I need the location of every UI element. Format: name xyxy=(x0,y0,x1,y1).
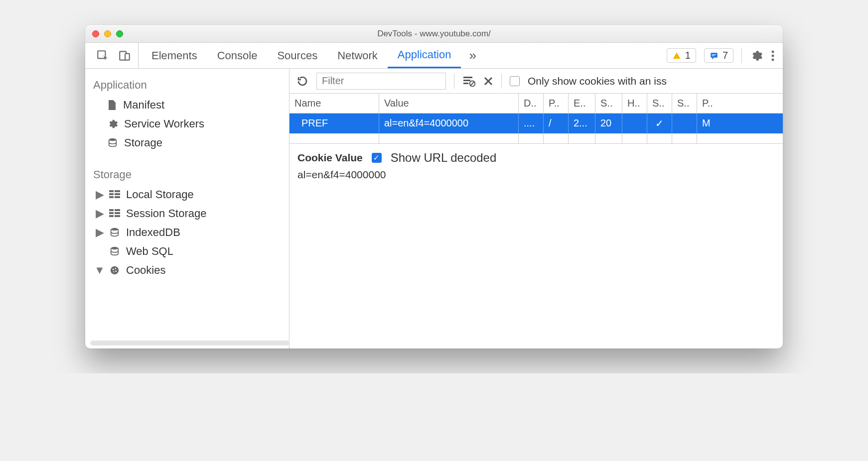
svg-rect-5 xyxy=(712,55,715,56)
window-controls xyxy=(92,30,123,37)
svg-rect-2 xyxy=(125,53,130,60)
inspect-icon[interactable] xyxy=(96,49,109,62)
maximize-icon[interactable] xyxy=(116,30,123,37)
col-name[interactable]: Name xyxy=(289,94,379,113)
filter-input[interactable] xyxy=(316,73,446,90)
more-tabs-icon[interactable]: » xyxy=(461,48,484,63)
detail-heading: Cookie Value xyxy=(297,152,363,164)
cookie-toolbar: Only show cookies with an iss xyxy=(289,69,783,94)
svg-point-23 xyxy=(111,247,119,250)
caret-right-icon: ▶ xyxy=(96,226,103,239)
svg-rect-31 xyxy=(463,83,468,84)
col-path[interactable]: P.. xyxy=(544,94,569,113)
gear-icon xyxy=(107,118,118,129)
url-decoded-checkbox[interactable] xyxy=(372,153,382,163)
sidebar-item-storage[interactable]: Storage xyxy=(85,133,289,152)
svg-rect-4 xyxy=(712,54,716,55)
caret-right-icon: ▶ xyxy=(96,207,103,220)
tab-elements[interactable]: Elements xyxy=(142,43,207,68)
cookie-detail: Cookie Value Show URL decoded al=en&f4=4… xyxy=(289,144,783,188)
caret-down-icon: ▼ xyxy=(96,264,103,277)
tab-console[interactable]: Console xyxy=(207,43,268,68)
refresh-icon[interactable] xyxy=(296,75,308,87)
svg-rect-30 xyxy=(463,80,470,81)
col-domain[interactable]: D.. xyxy=(519,94,544,113)
close-icon[interactable] xyxy=(92,30,99,37)
svg-point-27 xyxy=(115,270,117,272)
col-size[interactable]: S.. xyxy=(595,94,622,113)
svg-rect-13 xyxy=(115,193,120,195)
caret-right-icon: ▶ xyxy=(96,188,103,201)
messages-badge[interactable]: 7 xyxy=(704,48,733,63)
database-icon xyxy=(109,227,120,238)
svg-rect-17 xyxy=(115,209,120,211)
table-header: Name Value D.. P.. E.. S.. H.. S.. S.. P… xyxy=(289,94,783,114)
table-row[interactable]: PREF al=en&f4=4000000 .... / 2... 20 ✓ M xyxy=(289,114,783,133)
cookies-table: Name Value D.. P.. E.. S.. H.. S.. S.. P… xyxy=(289,94,783,144)
tab-network[interactable]: Network xyxy=(327,43,388,68)
svg-rect-10 xyxy=(109,190,114,192)
table-row-empty xyxy=(289,133,783,143)
sidebar-item-websql[interactable]: ▶ Web SQL xyxy=(85,242,289,261)
clear-filtered-icon[interactable] xyxy=(462,75,475,87)
main-panel: Only show cookies with an iss Name Value… xyxy=(289,69,783,348)
section-application-title: Application xyxy=(85,75,289,96)
devtools-window: DevTools - www.youtube.com/ Elements Con… xyxy=(85,25,783,348)
tab-application[interactable]: Application xyxy=(388,43,461,68)
svg-point-26 xyxy=(115,268,116,269)
svg-rect-14 xyxy=(109,196,114,198)
tab-sources[interactable]: Sources xyxy=(267,43,327,68)
kebab-menu-icon[interactable] xyxy=(771,50,775,62)
titlebar: DevTools - www.youtube.com/ xyxy=(85,25,783,43)
svg-rect-20 xyxy=(109,215,114,217)
grid-icon xyxy=(109,190,120,199)
messages-count: 7 xyxy=(723,50,728,61)
svg-point-7 xyxy=(772,54,774,57)
svg-point-9 xyxy=(109,138,117,141)
panel-tabs: Elements Console Sources Network Applica… xyxy=(142,43,461,68)
svg-point-24 xyxy=(111,266,119,275)
svg-rect-15 xyxy=(115,196,120,198)
svg-rect-3 xyxy=(711,53,718,58)
url-decoded-label: Show URL decoded xyxy=(391,151,497,165)
sidebar-item-cookies[interactable]: ▼ Cookies xyxy=(85,261,289,280)
svg-line-33 xyxy=(470,82,474,86)
sidebar-item-manifest[interactable]: Manifest xyxy=(85,96,289,115)
sidebar-item-local-storage[interactable]: ▶ Local Storage xyxy=(85,185,289,204)
section-storage-title: Storage xyxy=(85,164,289,185)
svg-point-8 xyxy=(772,58,774,61)
settings-gear-icon[interactable] xyxy=(750,49,763,62)
sidebar-item-indexeddb[interactable]: ▶ IndexedDB xyxy=(85,223,289,242)
svg-rect-16 xyxy=(109,209,114,211)
col-secure[interactable]: S.. xyxy=(647,94,672,113)
top-tabbar: Elements Console Sources Network Applica… xyxy=(85,43,783,69)
svg-point-6 xyxy=(772,50,774,53)
col-priority[interactable]: P.. xyxy=(697,94,722,113)
warnings-count: 1 xyxy=(685,50,691,61)
only-issues-checkbox[interactable] xyxy=(510,76,520,86)
sidebar: Application Manifest Service Workers Sto… xyxy=(85,69,289,348)
col-value[interactable]: Value xyxy=(379,94,519,113)
delete-icon[interactable] xyxy=(483,76,493,86)
svg-point-28 xyxy=(113,271,114,272)
col-samesite[interactable]: S.. xyxy=(672,94,697,113)
cookie-icon xyxy=(109,265,120,276)
svg-rect-21 xyxy=(115,215,120,217)
warnings-badge[interactable]: 1 xyxy=(667,48,696,63)
database-icon xyxy=(109,246,120,257)
horizontal-scrollbar[interactable] xyxy=(90,341,289,346)
sidebar-item-session-storage[interactable]: ▶ Session Storage xyxy=(85,204,289,223)
cookie-value-text: al=en&f4=4000000 xyxy=(297,169,775,181)
svg-point-25 xyxy=(113,269,114,270)
svg-rect-29 xyxy=(463,77,472,78)
svg-rect-11 xyxy=(115,190,120,192)
minimize-icon[interactable] xyxy=(104,30,111,37)
col-httponly[interactable]: H.. xyxy=(622,94,647,113)
database-icon xyxy=(107,137,118,148)
svg-rect-18 xyxy=(109,212,114,214)
file-icon xyxy=(107,99,117,111)
svg-rect-19 xyxy=(115,212,120,214)
device-toggle-icon[interactable] xyxy=(118,49,131,62)
sidebar-item-service-workers[interactable]: Service Workers xyxy=(85,115,289,133)
col-expires[interactable]: E.. xyxy=(569,94,595,113)
